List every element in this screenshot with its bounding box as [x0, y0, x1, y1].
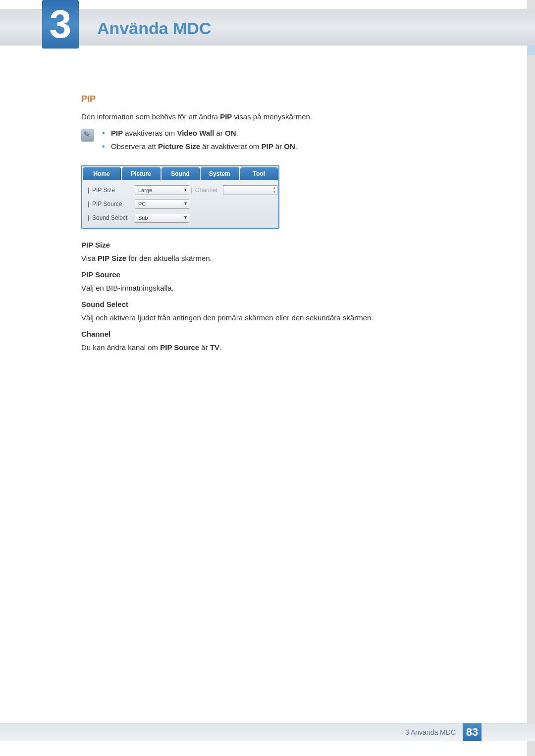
ps-post: för den aktuella skärmen. — [126, 254, 212, 262]
content-area: PIP Den information som behövs för att ä… — [81, 94, 481, 359]
n2-b3: ON — [284, 142, 295, 151]
note-icon — [81, 129, 94, 142]
ch-b2: TV — [210, 343, 219, 352]
n1-t3: . — [236, 129, 238, 137]
header-bar — [0, 9, 535, 46]
heading-pip-source: PIP Source — [81, 270, 481, 279]
page-number-badge: 83 — [463, 723, 482, 741]
para-pip-size: Visa PIP Size för den aktuella skärmen. — [81, 254, 481, 262]
n2-t1: Observera att — [111, 142, 158, 151]
n2-t3: är — [273, 142, 284, 151]
tab-system[interactable]: System — [201, 167, 239, 180]
ch-pre: Du kan ändra kanal om — [81, 343, 160, 352]
intro-prefix: Den information som behövs för att ändra — [81, 112, 220, 121]
tab-picture[interactable]: Picture — [122, 167, 160, 180]
label-pip-size: PIP Size — [88, 187, 133, 194]
heading-pip-size: PIP Size — [81, 241, 481, 249]
n2-b2: PIP — [261, 142, 273, 151]
ps-b: PIP Size — [98, 254, 126, 262]
dropdown-sound-select[interactable]: Sub — [135, 213, 189, 223]
label-pip-source: PIP Source — [88, 201, 133, 207]
chapter-number-box: 3 — [42, 0, 79, 49]
tabs-row: Home Picture Sound System Tool — [82, 166, 278, 180]
note-list: PIP avaktiveras om Video Wall är ON. Obs… — [102, 129, 297, 155]
note-item-2: Observera att Picture Size är avaktivera… — [102, 142, 297, 151]
pip-settings-panel: Home Picture Sound System Tool PIP Size … — [81, 165, 279, 229]
spinner-channel[interactable] — [223, 185, 277, 195]
panel-body: PIP Size Large Channel PIP Source PC Sou… — [82, 180, 278, 228]
label-sound-select: Sound Select — [88, 214, 133, 221]
ch-b1: PIP Source — [160, 343, 199, 352]
intro-bold: PIP — [220, 112, 232, 121]
tab-sound[interactable]: Sound — [161, 167, 200, 180]
ch-post: . — [219, 343, 221, 352]
tab-home[interactable]: Home — [83, 167, 121, 180]
label-channel: Channel — [191, 187, 221, 194]
footer-text: 3 Använda MDC — [405, 728, 456, 736]
n1-b3: ON — [225, 129, 236, 137]
intro-paragraph: Den information som behövs för att ändra… — [81, 112, 481, 121]
heading-channel: Channel — [81, 330, 481, 338]
n2-t4: . — [295, 142, 297, 151]
n2-t2: är avaktiverat om — [200, 142, 261, 151]
note-item-1: PIP avaktiveras om Video Wall är ON. — [102, 129, 297, 137]
footer-bar: 3 Använda MDC 83 — [0, 723, 535, 741]
ch-mid: är — [199, 343, 210, 352]
section-heading-pip: PIP — [81, 94, 481, 104]
note-block: PIP avaktiveras om Video Wall är ON. Obs… — [81, 129, 481, 155]
heading-sound-select: Sound Select — [81, 300, 481, 308]
para-sound-select: Välj och aktivera ljudet från antingen d… — [81, 313, 481, 322]
edge-index-bar — [527, 0, 535, 756]
dropdown-pip-source[interactable]: PC — [135, 199, 189, 209]
n2-b1: Picture Size — [158, 142, 200, 151]
tab-tool[interactable]: Tool — [240, 167, 278, 180]
chapter-number: 3 — [50, 4, 72, 44]
intro-suffix: visas på menyskärmen. — [232, 112, 312, 121]
para-channel: Du kan ändra kanal om PIP Source är TV. — [81, 343, 481, 352]
dropdown-pip-size[interactable]: Large — [135, 185, 189, 195]
chapter-title: Använda MDC — [97, 19, 211, 38]
ps-pre: Visa — [81, 254, 98, 262]
n1-t1: avaktiveras om — [123, 129, 177, 137]
para-pip-source: Välj en BIB-inmatningskälla. — [81, 284, 481, 292]
n1-b1: PIP — [111, 129, 123, 137]
n1-b2: Video Wall — [177, 129, 214, 137]
n1-t2: är — [214, 129, 225, 137]
